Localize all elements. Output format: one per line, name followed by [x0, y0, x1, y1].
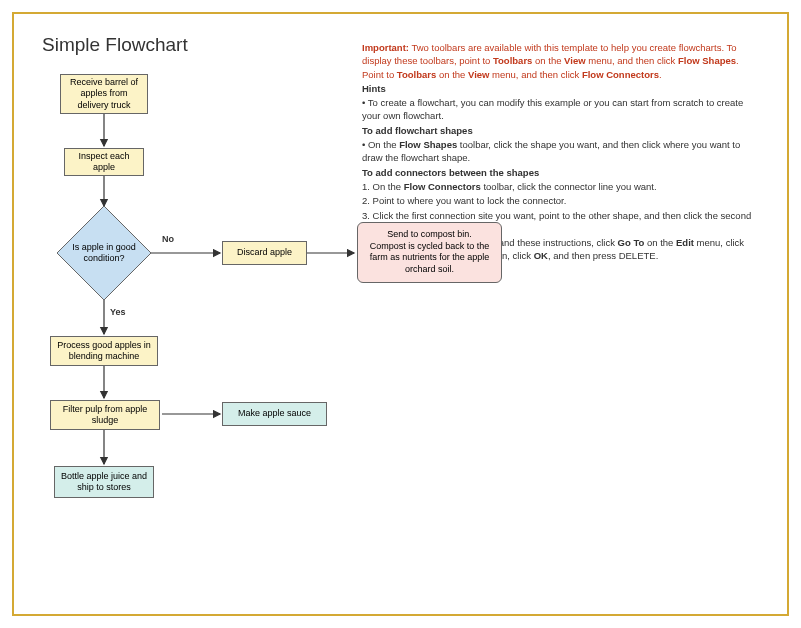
process-filter: Filter pulp from apple sludge: [50, 400, 160, 430]
document-frame: Simple Flowchart: [12, 12, 789, 616]
callout-compost: Send to compost bin. Compost is cycled b…: [357, 222, 502, 283]
label-no: No: [162, 234, 174, 244]
important-prefix: Important:: [362, 42, 409, 53]
decision-label: Is apple in good condition?: [57, 242, 151, 264]
label-yes: Yes: [110, 307, 126, 317]
process-bottle: Bottle apple juice and ship to stores: [54, 466, 154, 498]
decision-condition: Is apple in good condition?: [57, 206, 151, 300]
flowchart-column: Simple Flowchart: [42, 34, 302, 594]
process-inspect: Inspect each apple: [64, 148, 144, 176]
process-receive: Receive barrel of apples from delivery t…: [60, 74, 148, 114]
page-title: Simple Flowchart: [42, 34, 302, 56]
process-discard: Discard apple: [222, 241, 307, 265]
content-area: Simple Flowchart: [42, 34, 759, 594]
flowchart-canvas: Receive barrel of apples from delivery t…: [42, 66, 302, 606]
process-sauce: Make apple sauce: [222, 402, 327, 426]
process-blend: Process good apples in blending machine: [50, 336, 158, 366]
